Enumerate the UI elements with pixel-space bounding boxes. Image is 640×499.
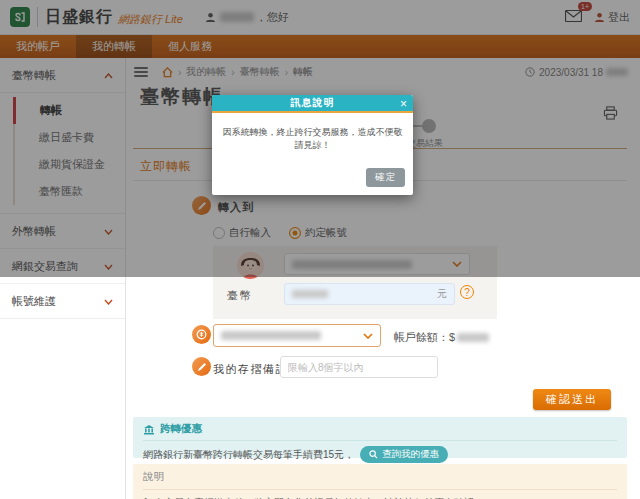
memo-icon <box>192 357 211 376</box>
message-dialog: 訊息說明 × 因系統轉換，終止跨行交易服務，造成不便敬請見諒！ 確定 <box>212 95 413 195</box>
help-icon[interactable]: ? <box>460 285 474 299</box>
dialog-header: 訊息說明 × <box>212 95 413 113</box>
masked-from-account <box>221 331 321 340</box>
check-my-offers-label: 查詢我的優惠 <box>382 448 439 461</box>
notes-title: 說明 <box>143 470 617 490</box>
dialog-title: 訊息說明 <box>212 96 413 110</box>
netbank-page: 日盛銀行 網路銀行 Lite ，您好 1+ 登出 我的帳戶 我的轉帳 個人服務 … <box>0 0 640 499</box>
amount-input[interactable]: 元 <box>284 283 455 305</box>
memo-label: 我的存摺備註 <box>213 362 288 377</box>
chevron-down-icon <box>104 299 113 305</box>
close-icon[interactable]: × <box>400 96 407 112</box>
from-account-icon <box>192 325 211 344</box>
currency-unit: 元 <box>437 287 447 301</box>
pencil-icon <box>197 362 207 372</box>
memo-input[interactable] <box>280 356 438 378</box>
masked-amount <box>292 290 328 298</box>
search-icon <box>369 450 378 459</box>
bank-icon <box>143 424 155 435</box>
promo-section: 跨轉優惠 網路銀行新臺幣跨行轉帳交易每筆手續費15元， 查詢我的優惠 <box>133 417 627 458</box>
from-account-select[interactable] <box>213 324 381 347</box>
masked-balance <box>457 333 489 342</box>
promo-body: 網路銀行新臺幣跨行轉帳交易每筆手續費15元， 查詢我的優惠 <box>143 446 617 463</box>
promo-text: 網路銀行新臺幣跨行轉帳交易每筆手續費15元， <box>143 448 354 462</box>
check-my-offers-button[interactable]: 查詢我的優惠 <box>360 446 448 463</box>
currency-label: 臺幣 <box>227 288 253 303</box>
account-balance: 帳戶餘額：$ <box>394 330 489 345</box>
sidebar-group-label: 帳號維護 <box>12 294 56 309</box>
dialog-footer: 確定 <box>212 160 413 195</box>
ok-button[interactable]: 確定 <box>366 168 405 187</box>
chevron-down-icon <box>363 333 373 339</box>
promo-title: 跨轉優惠 <box>160 422 202 436</box>
confirm-submit-button[interactable]: 確認送出 <box>533 389 611 410</box>
notes-section: 說明 1. 本交易內容經送出後，將立即自您的帳戶扣款轉出，請於執行前再次確認。 <box>133 464 627 499</box>
promo-header: 跨轉優惠 <box>143 422 617 441</box>
balance-label: 帳戶餘額：$ <box>394 330 455 345</box>
coin-icon <box>196 329 207 340</box>
sidebar-group-account-maint[interactable]: 帳號維護 <box>0 284 125 319</box>
dialog-message: 因系統轉換，終止跨行交易服務，造成不便敬請見諒！ <box>212 113 413 160</box>
